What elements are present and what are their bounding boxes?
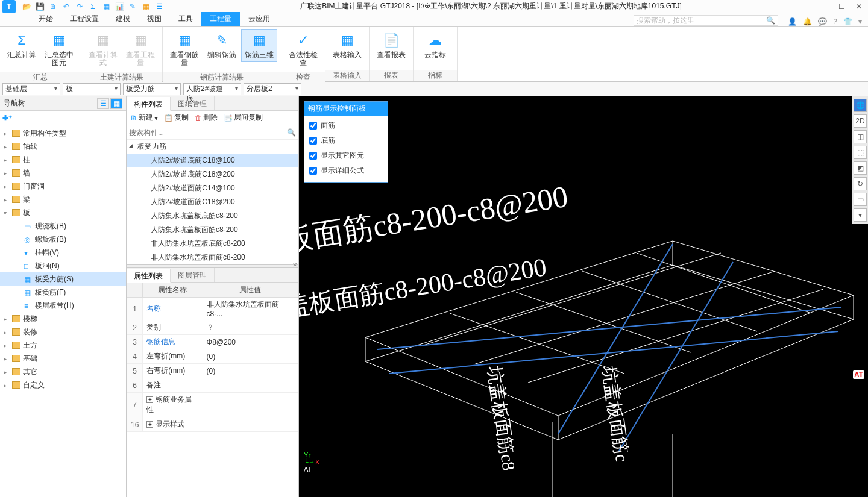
bell-icon[interactable]: 🔔 <box>803 17 812 26</box>
nav-add-button[interactable]: ✚⁺ <box>2 114 12 122</box>
tab-tools[interactable]: 工具 <box>170 12 201 26</box>
splitter-close-icon[interactable]: ✕ <box>292 261 297 268</box>
new-button[interactable]: 🗎新建 ▾ <box>130 113 158 123</box>
ribbon-查看计算式[interactable]: ▦查看计算式 <box>85 29 121 70</box>
component-search-input[interactable] <box>129 128 287 137</box>
component-select[interactable]: 人防2#坡道底 <box>183 83 241 95</box>
qat-layer-icon[interactable]: ▦ <box>141 2 151 11</box>
tree-child[interactable]: ▦板负筋(F) <box>0 286 126 299</box>
qat-redo-icon[interactable]: ↷ <box>75 2 84 11</box>
tab-modeling[interactable]: 建模 <box>107 12 139 26</box>
vt-cube2-icon[interactable]: ⬚ <box>854 146 867 159</box>
ribbon-汇总计算[interactable]: Σ汇总计算 <box>4 29 40 62</box>
tree-node[interactable]: ▸其它 <box>0 365 126 378</box>
layer-select[interactable]: 分层板2 <box>244 83 301 95</box>
tree-child[interactable]: ▾柱帽(V) <box>0 246 126 259</box>
tab-properties[interactable]: 属性列表 <box>127 269 171 283</box>
prop-row[interactable]: 16+显示样式 <box>127 417 298 432</box>
help-icon[interactable]: ? <box>833 17 837 26</box>
tree-node[interactable]: ▸常用构件类型 <box>0 127 126 140</box>
floor-select[interactable]: 基础层 <box>2 83 60 95</box>
ribbon-汇总选中图元[interactable]: ▦汇总选中图元 <box>41 29 77 70</box>
minimize-button[interactable]: — <box>820 2 828 11</box>
component-group[interactable]: 板受力筋 <box>127 140 298 154</box>
search-icon[interactable]: 🔍 <box>287 128 296 137</box>
qat-settings-icon[interactable]: ✎ <box>128 2 137 11</box>
vt-cube3-icon[interactable]: ◩ <box>854 161 867 175</box>
rebar-option[interactable]: 底筋 <box>309 136 383 146</box>
viewport-3d[interactable]: 钢筋显示控制面板 面筋 底筋 显示其它图元 显示详细公式 盖板面筋c8-200-… <box>299 96 868 497</box>
prop-row[interactable]: 5右弯折(mm)(0) <box>127 364 298 378</box>
tree-child[interactable]: ▭现浇板(B) <box>0 219 126 233</box>
qat-saveas-icon[interactable]: 🗎 <box>48 2 58 11</box>
rebar-checkbox[interactable] <box>309 137 317 145</box>
ribbon-表格输入[interactable]: ▦表格输入 <box>329 29 365 62</box>
rebar-option[interactable]: 面筋 <box>309 120 383 131</box>
prop-row[interactable]: 2类别？ <box>127 320 298 335</box>
skin-icon[interactable]: 👕 <box>843 17 852 26</box>
vt-more-icon[interactable]: ▾ <box>854 208 867 222</box>
component-item[interactable]: 人防2#坡道面筋C14@100 <box>127 181 298 195</box>
maximize-button[interactable]: ☐ <box>838 2 845 11</box>
component-item[interactable]: 人防2#坡道底筋C18@200 <box>127 167 298 181</box>
help-search[interactable]: 搜索帮助，按这里 🔍 <box>634 15 778 26</box>
tree-node[interactable]: ▸柱 <box>0 153 126 166</box>
chat-icon[interactable]: 💬 <box>818 17 827 26</box>
prop-row[interactable]: 6备注 <box>127 378 298 393</box>
search-icon[interactable]: 🔍 <box>766 16 775 25</box>
qat-sigma-icon[interactable]: Σ <box>88 2 98 11</box>
component-item[interactable]: 人防集水坑盖板底筋c8-200 <box>127 209 298 223</box>
qat-ruler-icon[interactable]: 📊 <box>115 2 124 11</box>
prop-row[interactable]: 4左弯折(mm)(0) <box>127 349 298 364</box>
vt-globe-icon[interactable]: 🌐 <box>854 99 867 112</box>
vt-fit-icon[interactable]: ▭ <box>854 193 867 206</box>
subcategory-select[interactable]: 板受力筋 <box>123 83 181 95</box>
tree-node[interactable]: ▸墙 <box>0 166 126 180</box>
tab-cloud[interactable]: 云应用 <box>240 12 278 26</box>
tree-node[interactable]: ▸门窗洞 <box>0 180 126 193</box>
ribbon-钢筋三维[interactable]: ▦钢筋三维 <box>241 29 277 62</box>
rebar-option[interactable]: 显示详细公式 <box>309 166 383 176</box>
rebar-checkbox[interactable] <box>309 152 317 160</box>
tree-node[interactable]: ▾板 <box>0 206 126 219</box>
user-icon[interactable]: 👤 <box>788 17 797 26</box>
chevron-down-icon[interactable]: ▾ <box>858 17 862 26</box>
tab-view[interactable]: 视图 <box>139 12 170 26</box>
tab-quantity[interactable]: 工程量 <box>201 12 240 26</box>
delete-button[interactable]: 🗑删除 <box>195 113 218 123</box>
close-button[interactable]: ✕ <box>856 2 862 11</box>
splitter[interactable]: ✕ <box>127 264 298 268</box>
nav-view-grid-icon[interactable]: ▦ <box>110 98 122 109</box>
qat-open-icon[interactable]: 📂 <box>22 2 31 11</box>
prop-row[interactable]: 1名称非人防集水坑盖板面筋c8-... <box>127 298 298 320</box>
rebar-option[interactable]: 显示其它图元 <box>309 151 383 161</box>
tree-node[interactable]: ▸自定义 <box>0 378 126 392</box>
tab-project-settings[interactable]: 工程设置 <box>61 12 107 26</box>
tree-node[interactable]: ▸基础 <box>0 352 126 365</box>
tree-child[interactable]: □板洞(N) <box>0 259 126 272</box>
component-item[interactable]: 非人防集水坑盖板面筋c8-200 <box>127 251 298 264</box>
vt-refresh-icon[interactable]: ↻ <box>854 177 867 190</box>
vt-cube1-icon[interactable]: ◫ <box>854 130 867 143</box>
category-select[interactable]: 板 <box>63 83 121 95</box>
tree-child[interactable]: ▦板受力筋(S) <box>0 272 126 286</box>
rebar-checkbox[interactable] <box>309 122 317 130</box>
tree-node[interactable]: ▸楼梯 <box>0 312 126 325</box>
tree-child[interactable]: ◎螺旋板(B) <box>0 233 126 246</box>
component-item[interactable]: 人防集水坑盖板面筋c8-200 <box>127 223 298 237</box>
tab-component-list[interactable]: 构件列表 <box>127 97 171 111</box>
qat-save-icon[interactable]: 💾 <box>35 2 45 11</box>
prop-row[interactable]: 7+钢筋业务属性 <box>127 393 298 417</box>
component-item[interactable]: 非人防集水坑盖板底筋c8-200 <box>127 237 298 251</box>
qat-grid-icon[interactable]: ▦ <box>101 2 111 11</box>
tree-node[interactable]: ▸梁 <box>0 193 126 206</box>
ribbon-查看工程量[interactable]: ▦查看工程量 <box>122 29 159 70</box>
ribbon-编辑钢筋[interactable]: ✎编辑钢筋 <box>204 29 240 62</box>
tree-node[interactable]: ▸装修 <box>0 325 126 339</box>
ribbon-查看报表[interactable]: 📄查看报表 <box>373 29 409 62</box>
qat-more-icon[interactable]: ☰ <box>154 2 164 11</box>
ribbon-查看钢筋量[interactable]: ▦查看钢筋量 <box>166 29 203 70</box>
ribbon-云指标[interactable]: ☁云指标 <box>417 29 453 62</box>
rebar-display-panel[interactable]: 钢筋显示控制面板 面筋 底筋 显示其它图元 显示详细公式 <box>304 101 388 183</box>
tree-node[interactable]: ▸轴线 <box>0 140 126 153</box>
